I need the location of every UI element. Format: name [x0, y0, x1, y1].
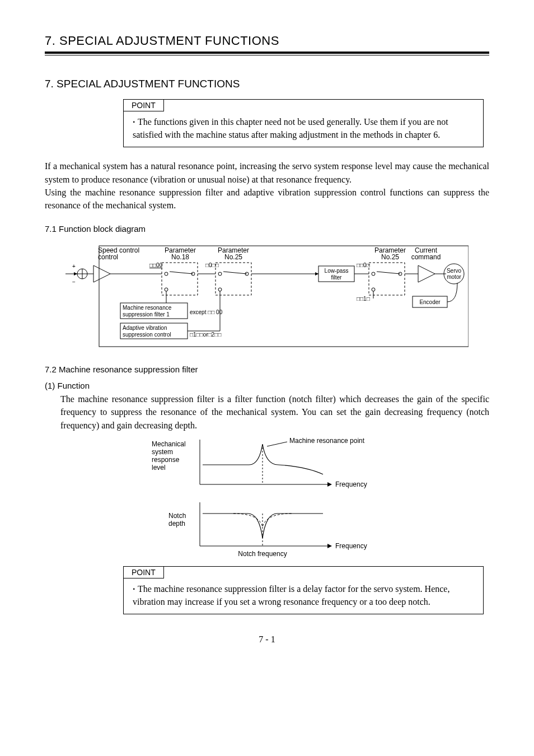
subsection-1-function: (1) Function [45, 381, 489, 390]
lbl-frequency-2: Frequency [335, 542, 367, 550]
svg-marker-8 [93, 265, 110, 282]
svg-text:suppression filter 1: suppression filter 1 [123, 311, 170, 318]
intro-paragraph: If a mechanical system has a natural res… [45, 160, 489, 212]
svg-point-39 [372, 288, 375, 291]
svg-text:suppression control: suppression control [123, 332, 171, 338]
svg-line-21 [170, 272, 193, 274]
svg-text:Servo: Servo [447, 268, 462, 274]
function-paragraph: The machine resonance suppression filter… [60, 393, 489, 432]
svg-marker-29 [315, 272, 318, 276]
lbl-notch-frequency: Notch frequency [238, 550, 287, 558]
lbl-sw4-code: □□1□ [357, 296, 370, 302]
svg-text:No.18: No.18 [171, 253, 189, 261]
svg-text:+: + [72, 263, 76, 269]
header-rule-thick [45, 52, 489, 54]
svg-text:Low-pass: Low-pass [325, 268, 349, 274]
point-box-2: POINT The machine resonance suppression … [123, 566, 484, 614]
svg-marker-66 [327, 482, 332, 487]
lbl-encoder: Encoder [419, 299, 441, 305]
svg-marker-44 [418, 265, 435, 282]
svg-text:No.25: No.25 [224, 253, 242, 261]
point-label-2: POINT [123, 566, 164, 578]
svg-line-40 [377, 272, 400, 274]
lbl-frequency-1: Frequency [335, 480, 367, 488]
svg-marker-73 [327, 544, 332, 548]
lbl-sw3-code: □□0□ [357, 262, 370, 268]
svg-text:Mechanical: Mechanical [152, 440, 186, 448]
lbl-or: □1□□or□2□□ [190, 332, 221, 338]
notch-filter-graphs: Mechanical system response level Frequen… [149, 434, 385, 563]
svg-point-24 [218, 272, 222, 276]
lbl-sw1-code: □□00 [149, 262, 163, 268]
svg-point-20 [165, 288, 168, 291]
svg-line-27 [223, 272, 247, 274]
svg-point-18 [165, 272, 168, 276]
svg-text:No.25: No.25 [381, 253, 399, 261]
running-header: 7. SPECIAL ADJUSTMENT FUNCTIONS [45, 34, 489, 52]
svg-marker-7 [74, 272, 77, 276]
svg-text:Adaptive vibration: Adaptive vibration [123, 325, 167, 331]
svg-text:control: control [98, 253, 118, 261]
svg-text:filter: filter [331, 274, 343, 281]
function-block-diagram: + − Speed control control Parameter No.1… [65, 240, 469, 352]
lbl-except: except □□ 00 [190, 309, 223, 315]
svg-text:response: response [152, 456, 180, 464]
section-7-1-heading: 7.1 Function block diagram [45, 224, 489, 234]
svg-line-67 [267, 442, 287, 446]
svg-text:system: system [152, 448, 173, 456]
svg-point-37 [372, 272, 375, 276]
point-text-2: The machine resonance suppression filter… [133, 584, 449, 606]
svg-text:Notch: Notch [168, 512, 186, 520]
header-rule-thin [45, 55, 489, 55]
svg-text:Machine resonance: Machine resonance [123, 305, 172, 311]
point-box-1: POINT The functions given in this chapte… [123, 99, 484, 147]
point-text-1: The functions given in this chapter need… [133, 117, 448, 139]
chapter-title: 7. SPECIAL ADJUSTMENT FUNCTIONS [45, 78, 489, 90]
svg-text:motor: motor [447, 274, 461, 280]
svg-text:command: command [411, 253, 441, 261]
svg-point-26 [218, 288, 222, 291]
svg-text:depth: depth [168, 520, 185, 528]
section-7-2-heading: 7.2 Machine resonance suppression filter [45, 365, 489, 374]
page-number: 7 - 1 [45, 634, 489, 645]
lbl-sw2-code: □0□□ [205, 262, 219, 268]
point-label-1: POINT [123, 99, 164, 111]
lbl-resonance-point: Machine resonance point [289, 437, 365, 445]
svg-text:level: level [152, 464, 166, 472]
svg-text:−: − [72, 279, 76, 285]
